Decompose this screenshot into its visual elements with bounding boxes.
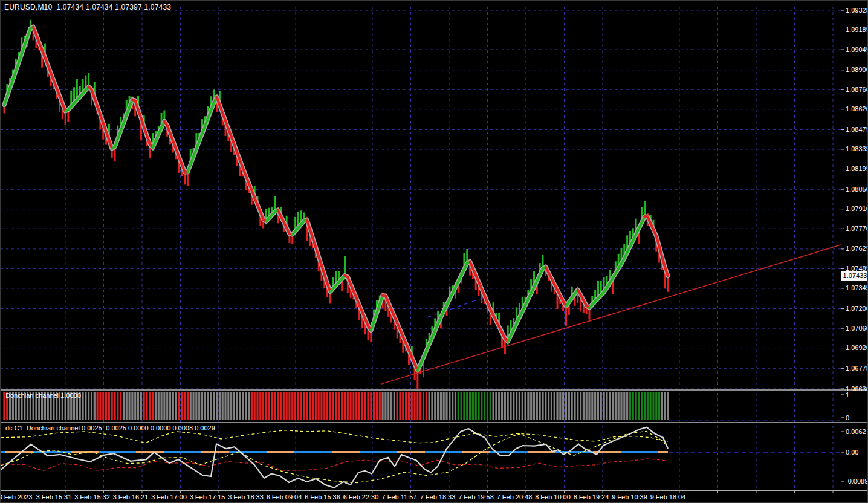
histogram-bar: [155, 392, 157, 420]
mt4-chart-window: EURUSD,M10 1.07434 1.07434 1.07397 1.074…: [0, 0, 868, 503]
histogram-bar: [222, 392, 224, 420]
histogram-bar: [405, 392, 407, 420]
histogram-bar: [320, 392, 322, 420]
histogram-bar: [303, 392, 305, 420]
price-axis-label: 1.09045: [846, 46, 868, 54]
histogram-bar: [370, 392, 372, 420]
histogram-bar: [490, 392, 491, 420]
histogram-bar: [399, 392, 401, 420]
histogram-bar: [323, 392, 325, 420]
histogram-bar: [163, 392, 165, 420]
histogram-bar: [458, 392, 459, 420]
histogram-bar: [594, 392, 596, 420]
histogram-bar: [527, 392, 529, 420]
histogram-bar: [461, 392, 462, 420]
histogram-bar: [207, 392, 209, 420]
histogram-bar: [539, 392, 541, 420]
histogram-bar: [158, 392, 160, 420]
histogram-bar: [466, 392, 468, 420]
histogram-bar: [516, 392, 517, 420]
histogram-bar: [443, 392, 445, 420]
histogram-bar: [548, 392, 549, 420]
histogram-bar: [297, 392, 299, 420]
time-axis-label: 3 Feb 2023: [0, 493, 32, 501]
histogram-bar: [120, 392, 121, 420]
histogram-bar: [524, 392, 526, 420]
histogram-bar: [522, 392, 523, 420]
time-axis-label: 3 Feb 15:32: [74, 493, 110, 501]
histogram-bar: [224, 392, 226, 420]
price-axis-label: 1.08760: [846, 86, 868, 94]
histogram-bar: [242, 392, 244, 420]
histogram-bar: [288, 392, 290, 420]
histogram-bar: [291, 392, 293, 420]
histogram-bar: [364, 392, 366, 420]
histogram-bar: [650, 392, 652, 420]
histogram-bar: [271, 392, 273, 420]
price-axis-label: 1.08900: [846, 66, 868, 74]
histogram-bar: [440, 392, 442, 420]
donchian-indicator-label: Donchian channel 1.0000: [5, 392, 81, 399]
histogram-bar: [335, 392, 337, 420]
histogram-bar: [568, 392, 570, 420]
histogram-bar: [344, 392, 346, 420]
histogram-bar: [329, 392, 331, 420]
histogram-bar: [332, 392, 334, 420]
histogram-bar: [245, 392, 247, 420]
histogram-bar: [338, 392, 340, 420]
histogram-bar: [262, 392, 264, 420]
histogram-bar: [554, 392, 555, 420]
histogram-bar: [408, 392, 410, 420]
histogram-bar: [620, 392, 622, 420]
histogram-bar: [387, 392, 389, 420]
histogram-bar: [513, 392, 514, 420]
histogram-bar: [658, 392, 660, 420]
histogram-bar: [478, 392, 479, 420]
histogram-bar: [358, 392, 360, 420]
histogram-bar: [350, 392, 352, 420]
histogram-bar: [452, 392, 453, 420]
histogram-bar: [507, 392, 509, 420]
histogram-bar: [381, 392, 383, 420]
histogram-bar: [652, 392, 654, 420]
symbol-period-label: EURUSD,M10: [4, 3, 52, 11]
histogram-bar: [143, 392, 145, 420]
histogram-bar: [445, 392, 447, 420]
histogram-bar: [131, 392, 133, 420]
time-axis-label: 3 Feb 17:15: [190, 493, 225, 501]
histogram-bar: [134, 392, 136, 420]
price-axis-label: 1.07910: [846, 205, 868, 213]
histogram-bar: [542, 392, 543, 420]
price-axis-label: 1.06775: [846, 365, 868, 372]
histogram-bar: [475, 392, 477, 420]
histogram-bar: [152, 392, 154, 420]
histogram-bar: [126, 392, 128, 420]
histogram-bar: [390, 392, 392, 420]
histogram-bar: [583, 392, 585, 420]
histogram-bar: [233, 392, 235, 420]
histogram-bar: [618, 392, 620, 420]
histogram-bar: [423, 392, 424, 420]
time-axis-label: 6 Feb 22:30: [343, 493, 379, 501]
histogram-bar: [204, 392, 206, 420]
histogram-bar: [123, 392, 125, 420]
histogram-bar: [586, 392, 588, 420]
histogram-bar: [644, 392, 646, 420]
histogram-bar: [140, 392, 142, 420]
donchian-histogram-layer: [3, 392, 841, 420]
indicator-axis-label: -0.0089: [846, 478, 868, 485]
red-trendline[interactable]: [381, 245, 841, 384]
histogram-bar: [632, 392, 634, 420]
candles-layer: [4, 20, 668, 392]
histogram-bar: [571, 392, 573, 420]
price-axis-label: 1.07200: [846, 305, 868, 313]
histogram-bar: [82, 392, 83, 420]
histogram-bar: [530, 392, 532, 420]
histogram-bar: [426, 392, 427, 420]
time-axis-label: 9 Feb 18:04: [650, 493, 686, 501]
histogram-bar: [367, 392, 369, 420]
histogram-bar: [623, 392, 625, 420]
histogram-bar: [434, 392, 436, 420]
histogram-bar: [484, 392, 485, 420]
blue-dashed-object: [427, 297, 484, 317]
